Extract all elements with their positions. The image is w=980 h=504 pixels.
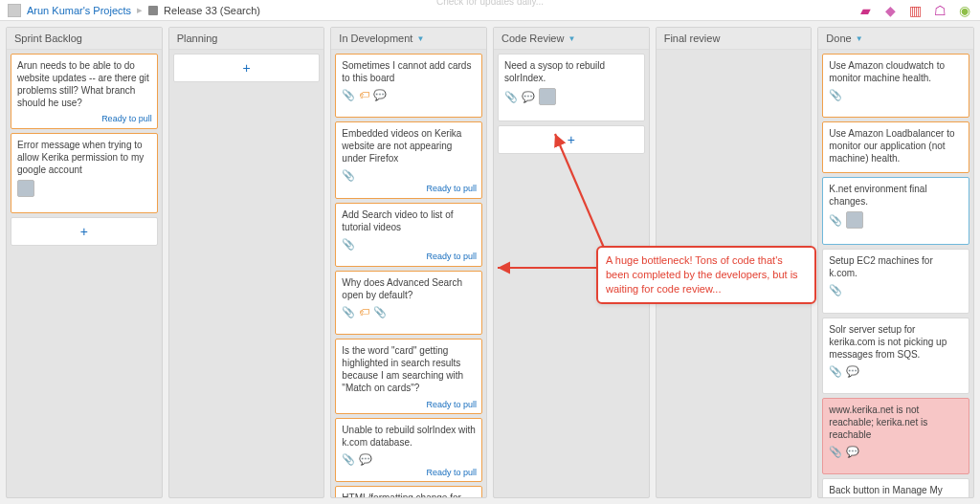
card-title: Arun needs to be able to do website upda… [17,59,151,109]
annotation-callout: A huge bottleneck! Tons of code that's b… [596,246,816,304]
card[interactable]: Back button in Manage My Account is not … [822,478,969,497]
attachment-icon: 📎 [342,452,355,466]
card-title: Unable to rebuild solrIndex with k.com d… [342,424,476,449]
card[interactable]: Solr server setup for kerika.com is not … [822,318,969,394]
background-watermark: Check for updates daily... [436,0,544,7]
card-meta: 📎💬 [342,452,476,466]
card[interactable]: Arun needs to be able to do website upda… [11,54,158,129]
card-meta: 📎 [829,88,963,101]
card-meta: 📎💬 [829,364,963,378]
attachment-icon: 📎 [829,445,842,458]
card-title: Sometimes I cannot add cards to this boa… [342,59,476,84]
attachment-icon: 📎 [373,305,387,318]
card-title: Solr server setup for kerika.com is not … [829,323,963,361]
card-title: Setup EC2 machines for k.com. [829,254,963,279]
card-meta: 📎🏷📎 [342,305,476,318]
card[interactable]: Need a sysop to rebuild solrIndex.📎💬 [498,54,645,121]
card[interactable]: Is the word "card" getting highlighted i… [335,339,482,414]
attachment-icon: 📎 [829,364,842,378]
card-meta: 📎💬 [504,88,638,105]
column-header[interactable]: Planning [169,28,324,50]
chat-icon[interactable]: ▰ [858,3,873,18]
card-meta: 📎 [342,237,476,251]
columns-icon[interactable]: ▥ [907,3,923,18]
attachment-icon: 📎 [504,90,518,103]
ready-to-pull-link[interactable]: Ready to pull [426,252,477,263]
ready-to-pull-link[interactable]: Ready to pull [426,184,477,195]
card-avatar-icon [846,211,863,229]
card[interactable]: Setup EC2 machines for k.com.📎 [822,249,969,313]
card[interactable]: HTML/formatting change for search result… [335,486,482,497]
attachment-icon: 📎 [829,213,842,227]
column-header[interactable]: Sprint Backlog [7,28,162,50]
card-title: Back button in Manage My Account is not … [829,484,963,497]
card-title: K.net environment final changes. [829,183,963,208]
card-title: Use Amazon cloudwatch to monitor machine… [829,59,963,84]
chat-bubble-icon: 💬 [846,445,859,458]
card-meta: 📎🏷💬 [342,88,476,101]
card-title: HTML/formatting change for search result… [342,492,476,497]
ready-to-pull-link[interactable]: Ready to pull [426,400,477,411]
card-title: Add Search video to list of tutorial vid… [342,208,476,233]
card[interactable]: Use Amazon Loadbalancer to monitor our a… [822,121,969,173]
card-meta: 📎 [829,283,963,296]
add-card-button[interactable]: + [173,54,321,82]
column-header[interactable]: In Development▼ [331,28,486,50]
tag-icon[interactable]: ◆ [882,3,898,18]
chat-bubble-icon: 💬 [359,452,372,466]
breadcrumb-page: Release 33 (Search) [164,5,260,16]
column-title: In Development [339,33,412,44]
card-title: Use Amazon Loadbalancer to monitor our a… [829,127,963,164]
card-meta: 📎💬 [829,445,963,458]
column-dropdown-icon[interactable]: ▼ [568,34,575,43]
card[interactable]: www.kerika.net is not reachable; kerika.… [822,398,969,474]
column-dropdown-icon[interactable]: ▼ [416,34,424,43]
card[interactable]: Add Search video to list of tutorial vid… [335,203,482,267]
attachment-icon: 📎 [342,88,355,101]
card[interactable]: Error message when trying to allow Kerik… [11,133,158,213]
card[interactable]: Use Amazon cloudwatch to monitor machine… [822,54,969,118]
card[interactable]: Unable to rebuild solrIndex with k.com d… [335,418,482,482]
sync-icon[interactable]: ◉ [957,3,972,18]
board-icon [148,6,158,15]
kanban-board: Sprint BacklogArun needs to be able to d… [0,21,980,504]
attachment-icon: 📎 [342,237,355,251]
column-body: + [169,50,324,497]
breadcrumb-root[interactable]: Arun Kumar's Projects [27,5,131,16]
add-card-button[interactable]: + [11,217,158,246]
column-title: Sprint Backlog [14,33,82,44]
add-card-button[interactable]: + [498,125,645,154]
breadcrumb-separator-icon: ▸ [137,4,143,16]
topbar: Arun Kumar's Projects ▸ Release 33 (Sear… [0,0,980,21]
column-header[interactable]: Done▼ [818,28,973,50]
user-avatar-icon[interactable] [8,4,21,17]
column: Done▼Use Amazon cloudwatch to monitor ma… [817,27,974,498]
card-avatar-icon [17,180,34,197]
card-title: Need a sysop to rebuild solrIndex. [504,59,638,84]
card-avatar-icon [539,88,556,105]
column-body: Use Amazon cloudwatch to monitor machine… [818,50,973,497]
tag-icon: 🏷 [359,88,369,101]
tag-icon: 🏷 [359,305,369,318]
card[interactable]: Sometimes I cannot add cards to this boa… [335,54,482,118]
column-header[interactable]: Code Review▼ [494,28,649,50]
people-icon[interactable]: ☖ [932,3,947,18]
card-title: Error message when trying to allow Kerik… [17,139,151,176]
card-meta: 📎 [829,211,963,229]
card-meta: 📎 [342,168,476,182]
attachment-icon: 📎 [342,168,355,182]
card[interactable]: Embedded videos on Kerika website are no… [335,121,482,198]
card[interactable]: Why does Advanced Search open by default… [335,271,482,335]
card[interactable]: K.net environment final changes.📎 [822,177,969,245]
column-dropdown-icon[interactable]: ▼ [856,34,863,43]
column-header[interactable]: Final review [657,28,812,50]
column: Sprint BacklogArun needs to be able to d… [6,27,163,498]
ready-to-pull-link[interactable]: Ready to pull [426,468,477,479]
column-title: Code Review [501,33,564,44]
chat-bubble-icon: 💬 [846,364,859,378]
ready-to-pull-link[interactable]: Ready to pull [101,114,152,125]
card-title: www.kerika.net is not reachable; kerika.… [829,404,963,441]
topbar-actions: ▰ ◆ ▥ ☖ ◉ [858,3,972,18]
breadcrumb: Arun Kumar's Projects ▸ Release 33 (Sear… [8,4,260,17]
attachment-icon: 📎 [829,88,842,101]
